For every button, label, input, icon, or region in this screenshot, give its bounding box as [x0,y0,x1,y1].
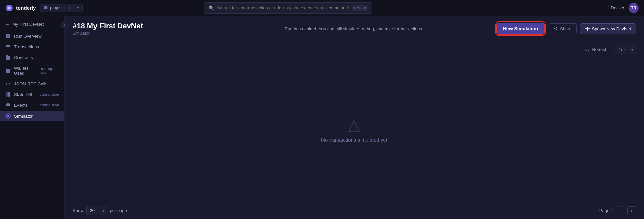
sidebar-item-transactions[interactable]: Transactions [0,41,64,52]
header-actions: New Simulation Share Spawn New DevNet [496,23,636,35]
svg-rect-6 [6,46,10,47]
search-icon: 🔍 [209,5,214,11]
sidebar-item-run-overview[interactable]: Run Overview [0,31,64,41]
sidebar-back-button[interactable]: ← My First DevNet [0,19,64,29]
svg-rect-1 [6,34,8,36]
empty-triangle-icon: △ [348,117,361,133]
svg-rect-5 [6,45,10,46]
project-selector[interactable]: project project ▾ [40,4,83,12]
sidebar-item-json-rpc[interactable]: JSON-RPC Calls [0,78,64,89]
play-icon [5,113,11,119]
empty-message: No transactions simulated yet [321,137,387,143]
bell-icon [5,102,11,108]
topbar-right: Docs ▾ TR [611,3,639,13]
code-icon [5,81,11,86]
coming-soon-badge: coming soon [40,103,59,107]
empty-state: △ No transactions simulated yet [65,58,644,202]
sidebar-header: ← My First DevNet ‹ [0,19,64,31]
sidebar: ← My First DevNet ‹ Run Overview Transac… [0,16,65,219]
svg-rect-10 [6,92,8,97]
time-selector[interactable]: 1m 5m 15m 30m 1h [615,45,636,54]
svg-rect-3 [6,36,8,38]
refresh-icon [585,47,590,52]
share-button[interactable]: Share [548,23,577,34]
arrow-left-icon: ← [5,21,10,27]
keyboard-shortcut: Ctrl + k [352,5,368,11]
project-label-line2: project [64,6,75,10]
sidebar-item-contracts[interactable]: Contracts [0,52,64,63]
sidebar-collapse-button[interactable]: ‹ [61,21,68,28]
file-icon [5,55,11,60]
avatar[interactable]: TR [629,3,639,13]
chevron-down-icon: ▾ [622,5,624,10]
sidebar-item-simulator[interactable]: Simulator [0,111,64,121]
svg-rect-4 [8,36,10,38]
prev-page-button[interactable]: ‹ [616,206,624,215]
svg-point-9 [9,71,10,72]
list-icon [5,44,11,49]
coming-soon-badge: coming soon [41,67,59,74]
expired-message: Run has expired. You can still simulate,… [285,26,491,31]
sidebar-item-wallets-used[interactable]: Wallets Used coming soon [0,63,64,78]
search-bar: 🔍 Ctrl + k [204,2,372,14]
page-title-area: #18 My First DevNet Simulator [73,21,279,36]
grid-icon [5,33,11,39]
page-subtitle: Simulator [73,31,279,36]
spawn-devnet-button[interactable]: Spawn New DevNet [580,23,636,34]
project-label-line1: project [50,5,62,10]
search-input[interactable] [217,5,349,10]
toolbar-row: Refresh 1m 5m 15m 30m 1h [65,41,644,58]
content-header: #18 My First DevNet Simulator Run has ex… [65,16,644,41]
spawn-icon [585,26,590,31]
svg-rect-8 [6,69,10,73]
sidebar-item-events[interactable]: Events coming soon [0,100,64,111]
svg-rect-11 [8,92,10,97]
svg-rect-7 [6,48,9,48]
per-page-selector-wrapper: 20 50 100 [86,206,107,215]
wallet-icon [5,68,11,73]
logo-area[interactable]: tenderly [5,4,36,12]
per-page-selector[interactable]: 20 50 100 [86,206,107,215]
folder-icon [43,5,48,10]
content-area: #18 My First DevNet Simulator Run has ex… [65,16,644,219]
svg-rect-2 [8,34,10,36]
pagination-row: Show 20 50 100 per page Page 1 ‹ › [65,202,644,219]
tenderly-logo-icon [5,4,13,12]
page-label: Page 1 [599,208,613,213]
page-info: Page 1 ‹ › [599,206,636,215]
per-page-label: per page [110,208,127,213]
coming-soon-badge: coming soon [40,93,59,96]
sidebar-item-state-diff[interactable]: State Diff coming soon [0,89,64,100]
share-icon [553,26,558,31]
show-label: Show [73,208,84,213]
new-simulation-button[interactable]: New Simulation [496,23,545,35]
diff-icon [5,92,11,97]
docs-button[interactable]: Docs ▾ [611,5,624,10]
main-layout: ← My First DevNet ‹ Run Overview Transac… [0,16,644,219]
time-selector-wrapper: 1m 5m 15m 30m 1h [615,45,636,54]
page-title: #18 My First DevNet [73,21,279,30]
svg-point-13 [7,115,9,117]
logo-text: tenderly [16,5,36,11]
topbar: tenderly project project ▾ 🔍 Ctrl + k Do… [0,0,644,16]
next-page-button[interactable]: › [627,206,636,215]
refresh-button[interactable]: Refresh [580,45,612,54]
chevron-down-icon: ▾ [77,6,79,10]
